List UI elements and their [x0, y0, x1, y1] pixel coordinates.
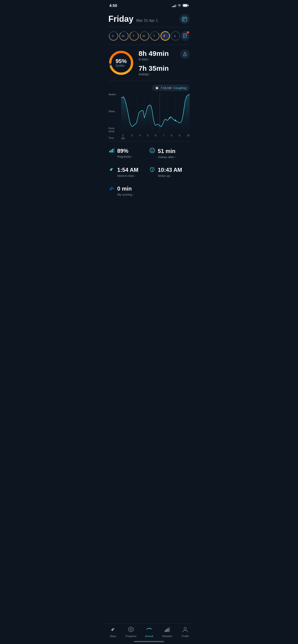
svg-rect-3 [183, 4, 187, 6]
status-time: 4:50 [109, 4, 120, 8]
day-label-thu: T [153, 34, 155, 38]
svg-point-45 [153, 149, 154, 150]
day-circle-mon[interactable]: M [119, 31, 128, 41]
x-label-6: 6 [155, 134, 156, 137]
time-axis-label: Time [108, 136, 114, 139]
day-name: Friday [108, 14, 133, 24]
y-label-awake: Awake [108, 93, 120, 96]
status-bar: 4:50 [104, 0, 194, 10]
day-label-sat: S [174, 34, 176, 38]
svg-rect-41 [112, 149, 113, 152]
woke-up-value: 10:43 AM [158, 167, 182, 173]
quality-percent: 95 [116, 58, 122, 64]
regularity-value: 89% [117, 148, 128, 154]
regularity-icon [108, 148, 115, 154]
metric-went-to-bed[interactable]: 1:54 AM Went to bed › [108, 162, 149, 181]
coughing-badge[interactable]: 😷 7:18 AM Coughing [152, 84, 190, 91]
svg-text:😷: 😷 [155, 86, 159, 90]
asleep-label[interactable]: Asleep › [139, 72, 178, 76]
location-arrow-icon [118, 5, 120, 7]
coughing-icon: 😷 [155, 86, 159, 90]
svg-rect-5 [183, 17, 184, 18]
day-label-wed: W [143, 34, 145, 38]
in-bed-label[interactable]: In bed › [139, 58, 178, 61]
day-label-tue: T [133, 34, 134, 38]
metric-asleep-after[interactable]: 51 min Asleep after › [149, 144, 190, 162]
svg-point-38 [175, 120, 176, 121]
asleep-after-label: Asleep after [158, 155, 174, 159]
woke-up-icon [149, 166, 155, 174]
day-label-fri: F [164, 34, 165, 38]
status-icons [172, 4, 189, 8]
day-circle-thu[interactable]: T [150, 31, 159, 41]
week-days-row: S M T W T F [104, 27, 194, 45]
battery-icon [183, 4, 189, 8]
day-circle-wed[interactable]: W [139, 31, 149, 41]
time-display: 4:50 [109, 4, 117, 8]
x-label-8: 8 [171, 134, 172, 137]
x-label-7: 7 [163, 134, 164, 137]
svg-rect-40 [111, 150, 112, 152]
sleep-stats-section: 95% Quality › 8h 49min In bed › 7h 35min… [104, 45, 194, 81]
quality-ring[interactable]: 95% Quality › [108, 50, 134, 76]
x-label-4: 4 [139, 134, 140, 137]
quality-label: Quality [116, 64, 124, 67]
quality-center: 95% Quality › [116, 58, 127, 67]
header-title: Friday Mar 31-Apr 1 [108, 14, 158, 24]
calendar-button[interactable] [179, 14, 190, 24]
coughing-label: Coughing [173, 86, 186, 90]
svg-point-44 [151, 149, 152, 150]
calendar-icon [182, 16, 187, 22]
x-label-3: 3 [131, 134, 133, 137]
asleep-duration: 7h 35min [139, 64, 178, 72]
x-label-10: 10 [187, 134, 190, 137]
snoring-icon: 💤 [108, 185, 115, 192]
went-to-bed-value: 1:54 AM [117, 167, 138, 173]
day-circle-sat[interactable]: S [170, 31, 179, 41]
sleep-info: 8h 49min In bed › 7h 35min Asleep › [139, 50, 178, 76]
notes-button[interactable] [181, 31, 190, 41]
wifi-icon [178, 4, 181, 8]
svg-point-37 [169, 117, 171, 118]
metrics-grid: 89% Regularity › 51 min Asleep after › [104, 142, 194, 202]
asleep-after-icon [149, 148, 155, 155]
went-to-bed-icon [108, 166, 115, 174]
metric-woke-up[interactable]: 10:43 AM Woke up › [149, 162, 190, 181]
day-label-mon: M [122, 34, 124, 38]
day-circle-tue[interactable]: T [129, 31, 138, 41]
share-icon [183, 52, 187, 56]
svg-rect-7 [183, 19, 184, 20]
svg-point-43 [150, 148, 155, 153]
sleep-chart: Awake Sleep Deepsleep [108, 93, 190, 139]
metric-regularity[interactable]: 89% Regularity › [108, 144, 149, 162]
metric-snoring[interactable]: 💤 0 min My snoring › [108, 181, 149, 200]
svg-rect-9 [183, 20, 184, 21]
svg-text:💤: 💤 [109, 186, 114, 191]
day-circle-sun[interactable]: S [108, 31, 117, 41]
sleep-chart-section: 😷 7:18 AM Coughing Awake Sleep Deepsleep [104, 81, 194, 139]
share-button[interactable] [180, 50, 190, 59]
svg-rect-6 [185, 17, 186, 18]
svg-rect-2 [188, 5, 189, 6]
signal-icon [172, 4, 176, 7]
quality-symbol: % [122, 58, 127, 64]
went-to-bed-label: Went to bed [117, 174, 133, 178]
svg-marker-0 [118, 5, 120, 7]
y-label-deep: Deepsleep [108, 127, 120, 133]
snoring-label: My snoring [117, 193, 132, 196]
notification-dot [187, 31, 189, 34]
date-range: Mar 31-Apr 1 [136, 18, 158, 23]
x-label-9: 9 [179, 134, 180, 137]
x-label-2am: 2AM [121, 134, 125, 140]
svg-rect-8 [184, 19, 185, 20]
woke-up-label: Woke up [158, 174, 170, 178]
x-label-5: 5 [147, 134, 149, 137]
notes-icon [183, 34, 188, 38]
header: Friday Mar 31-Apr 1 [104, 10, 194, 27]
day-circle-fri[interactable]: F [160, 31, 169, 41]
in-bed-duration: 8h 49min [139, 50, 178, 58]
y-label-sleep: Sleep [108, 110, 120, 113]
coughing-time: 7:18 AM [161, 86, 172, 90]
day-label-sun: S [112, 34, 114, 38]
svg-rect-42 [114, 148, 114, 152]
